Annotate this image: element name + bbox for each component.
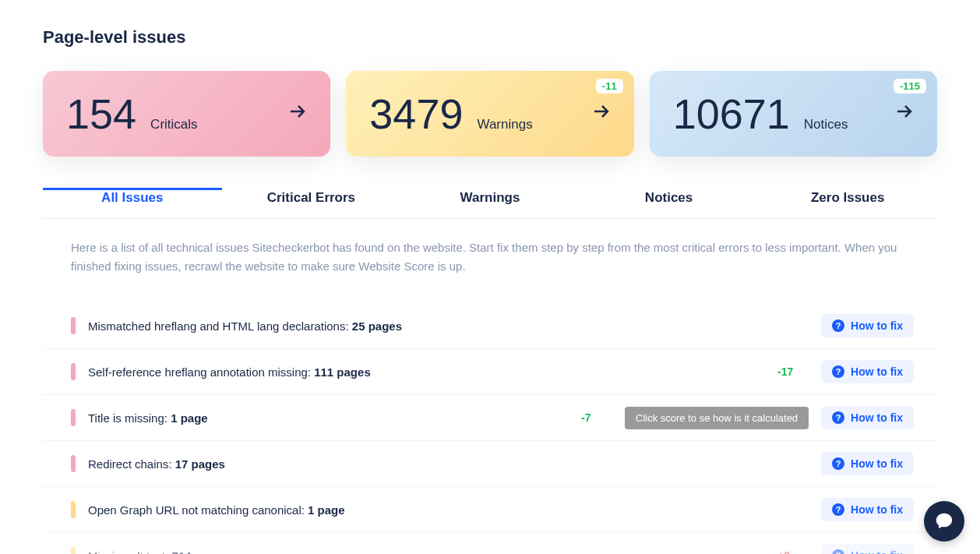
tabs: All Issues Critical Errors Warnings Noti… xyxy=(43,188,937,219)
notices-delta: -115 xyxy=(894,79,926,94)
issue-row[interactable]: Mismatched hreflang and HTML lang declar… xyxy=(43,303,937,349)
issue-count: 1 page xyxy=(171,411,208,425)
warnings-value: 3479 xyxy=(369,93,463,135)
how-to-fix-button[interactable]: ? How to fix xyxy=(821,544,914,554)
how-to-fix-label: How to fix xyxy=(851,411,903,424)
chat-icon xyxy=(934,511,954,531)
issue-count: 714 pages xyxy=(172,549,229,555)
notices-value: 10671 xyxy=(673,93,790,135)
tab-critical-errors[interactable]: Critical Errors xyxy=(222,188,401,218)
criticals-value: 154 xyxy=(66,93,136,135)
issues-list: Mismatched hreflang and HTML lang declar… xyxy=(43,303,937,554)
stat-cards: 154 Criticals -11 3479 Warnings -115 106… xyxy=(43,71,937,157)
how-to-fix-button[interactable]: ? How to fix xyxy=(821,406,914,429)
severity-indicator-critical xyxy=(71,317,76,334)
stat-card-criticals[interactable]: 154 Criticals xyxy=(43,71,330,157)
issue-count: 111 pages xyxy=(314,365,371,379)
issue-count: 25 pages xyxy=(352,319,402,333)
description-text: Here is a list of all technical issues S… xyxy=(71,238,909,276)
tab-zero-issues[interactable]: Zero Issues xyxy=(758,188,937,218)
severity-indicator-warning xyxy=(71,547,76,554)
how-to-fix-label: How to fix xyxy=(851,549,903,554)
severity-indicator-warning xyxy=(71,501,76,518)
arrow-right-icon xyxy=(895,104,914,124)
arrow-right-icon xyxy=(592,104,611,124)
help-icon: ? xyxy=(832,365,844,378)
notices-label: Notices xyxy=(804,117,848,132)
issue-text: Redirect chains: 17 pages xyxy=(88,457,765,471)
how-to-fix-button[interactable]: ? How to fix xyxy=(821,360,914,383)
tab-warnings[interactable]: Warnings xyxy=(400,188,580,218)
issue-text: Open Graph URL not matching canonical: 1… xyxy=(88,503,765,517)
issue-delta: +9 xyxy=(777,549,809,554)
page-title: Page-level issues xyxy=(43,27,937,48)
issue-delta: -17 xyxy=(777,365,809,378)
how-to-fix-label: How to fix xyxy=(851,503,903,516)
warnings-delta: -11 xyxy=(596,79,623,94)
severity-indicator-critical xyxy=(71,455,76,472)
issue-count: 17 pages xyxy=(175,457,225,471)
chat-fab-button[interactable] xyxy=(924,501,964,542)
tab-all-issues[interactable]: All Issues xyxy=(43,188,222,218)
criticals-label: Criticals xyxy=(150,117,197,132)
severity-indicator-critical xyxy=(71,409,76,426)
stat-card-notices[interactable]: -115 10671 Notices xyxy=(650,71,937,157)
how-to-fix-label: How to fix xyxy=(851,457,903,470)
issue-text: Missing alt text: 714 pages xyxy=(88,549,765,555)
arrow-right-icon xyxy=(288,104,307,124)
warnings-label: Warnings xyxy=(477,117,532,132)
how-to-fix-button[interactable]: ? How to fix xyxy=(821,452,914,475)
issue-text: Title is missing: 1 page xyxy=(88,411,569,425)
how-to-fix-label: How to fix xyxy=(851,365,903,378)
issue-row[interactable]: Open Graph URL not matching canonical: 1… xyxy=(43,487,937,533)
help-icon: ? xyxy=(832,319,844,332)
issue-text: Mismatched hreflang and HTML lang declar… xyxy=(88,319,765,333)
tab-notices[interactable]: Notices xyxy=(580,188,759,218)
how-to-fix-button[interactable]: ? How to fix xyxy=(821,498,914,521)
help-icon: ? xyxy=(832,549,844,554)
issue-row[interactable]: Self-reference hreflang annotation missi… xyxy=(43,349,937,395)
help-icon: ? xyxy=(832,411,844,424)
issue-text: Self-reference hreflang annotation missi… xyxy=(88,365,765,379)
issue-count: 1 page xyxy=(308,503,345,517)
help-icon: ? xyxy=(832,457,844,470)
how-to-fix-button[interactable]: ? How to fix xyxy=(821,314,914,337)
score-tooltip: Click score to se how is it calculated xyxy=(625,407,809,429)
issue-row[interactable]: Title is missing: 1 page -7 Click score … xyxy=(43,395,937,441)
severity-indicator-critical xyxy=(71,363,76,380)
help-icon: ? xyxy=(832,503,844,516)
stat-card-warnings[interactable]: -11 3479 Warnings xyxy=(346,71,633,157)
how-to-fix-label: How to fix xyxy=(851,319,903,332)
issue-delta: -7 xyxy=(581,411,612,424)
issue-row[interactable]: Missing alt text: 714 pages +9 ? How to … xyxy=(43,533,937,554)
issue-row[interactable]: Redirect chains: 17 pages ? How to fix xyxy=(43,441,937,487)
